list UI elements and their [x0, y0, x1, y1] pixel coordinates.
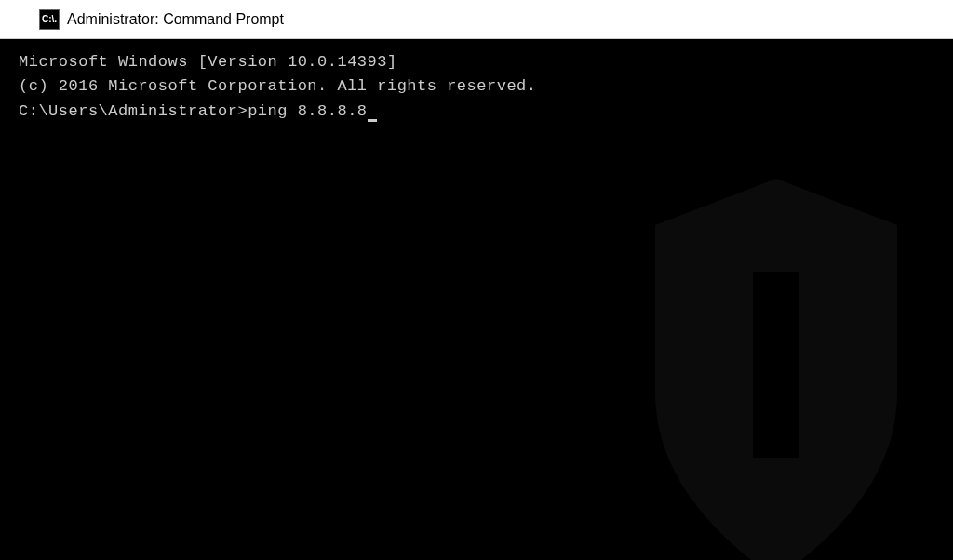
text-cursor: [368, 119, 377, 122]
svg-rect-0: [753, 272, 799, 458]
command-input-text: ping 8.8.8.8: [248, 102, 367, 120]
copyright-line: (c) 2016 Microsoft Corporation. All righ…: [19, 74, 934, 99]
version-line: Microsoft Windows [Version 10.0.14393]: [19, 50, 934, 74]
terminal-output-area[interactable]: Microsoft Windows [Version 10.0.14393] (…: [0, 39, 953, 560]
watermark-logo: [581, 160, 953, 560]
prompt-path: C:\Users\Administrator>: [19, 102, 248, 120]
prompt-row: C:\Users\Administrator>ping 8.8.8.8: [19, 100, 934, 124]
shield-icon: [581, 160, 953, 560]
cmd-prompt-icon: C:\.: [39, 9, 60, 30]
window-title: Administrator: Command Prompt: [67, 11, 284, 28]
cmd-icon-text: C:\.: [42, 14, 57, 24]
window-title-bar[interactable]: C:\. Administrator: Command Prompt: [0, 0, 953, 39]
